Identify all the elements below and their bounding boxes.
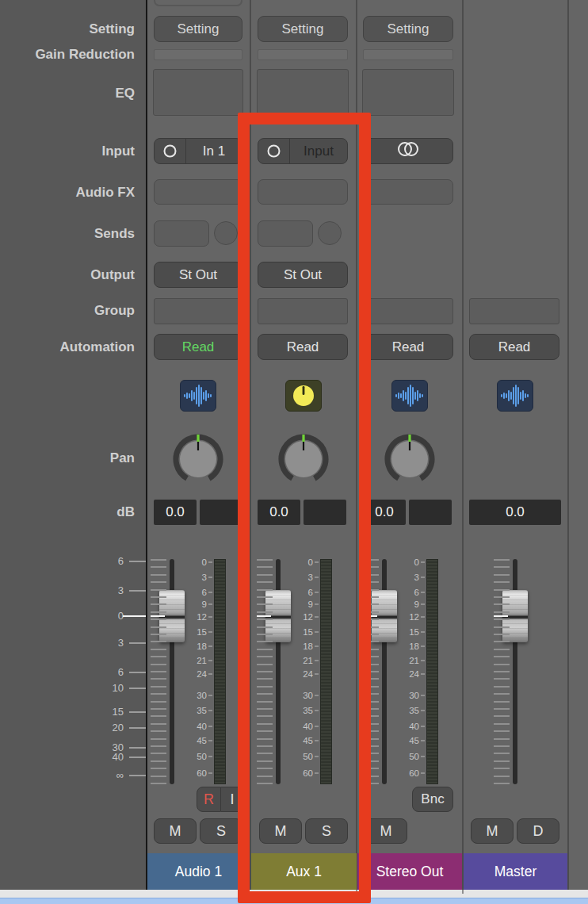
meter-scale-tick xyxy=(421,673,425,675)
fader-scale-label: 6 xyxy=(0,666,124,679)
meter-scale-label: 35 xyxy=(178,705,207,716)
eq-display[interactable] xyxy=(257,69,349,116)
meter-scale-label: 60 xyxy=(178,768,207,779)
meter-scale-label: 24 xyxy=(391,668,419,680)
peak-level-display[interactable] xyxy=(200,500,242,525)
meter-scale-tick xyxy=(208,710,212,711)
meter-scale-tick xyxy=(208,660,212,661)
audio-fx-slot[interactable] xyxy=(154,179,242,205)
meter-scale-label: 40 xyxy=(178,721,207,732)
meter-scale-tick xyxy=(208,631,212,633)
mute-button[interactable]: M xyxy=(471,818,514,844)
meter-scale-tick xyxy=(208,645,212,647)
fader-scale-label: 15 xyxy=(0,706,124,718)
mute-button[interactable]: M xyxy=(365,818,407,844)
dim-button[interactable]: D xyxy=(517,818,559,844)
input-button[interactable]: In 1 xyxy=(154,138,242,164)
meter-scale-tick xyxy=(421,740,425,741)
volume-db-display[interactable]: 0.0 xyxy=(154,500,197,525)
track-name-plate[interactable]: Stereo Out xyxy=(357,853,462,890)
pan-knob[interactable] xyxy=(172,433,224,488)
meter-scale-tick xyxy=(421,561,425,563)
fader-scale-tick xyxy=(129,590,146,592)
strip-divider xyxy=(567,0,569,890)
fader-scale-tick xyxy=(129,727,146,729)
level-meter xyxy=(426,559,438,784)
meter-scale-label: 24 xyxy=(178,668,207,680)
automation-mode-button[interactable]: Read xyxy=(363,334,453,360)
stereo-format-button[interactable] xyxy=(363,138,453,164)
send-level-knob[interactable] xyxy=(214,221,238,245)
master-track-icon xyxy=(497,380,533,412)
meter-scale-tick xyxy=(421,695,425,696)
row-label: EQ xyxy=(0,84,135,103)
row-label: Group xyxy=(0,301,135,320)
row-label: Audio FX xyxy=(0,183,135,202)
row-label: Automation xyxy=(0,338,135,357)
track-name-plate[interactable]: Audio 1 xyxy=(147,853,250,890)
fader-scale-tick xyxy=(129,688,146,689)
fader-scale-label: 6 xyxy=(0,555,124,568)
fader-scale-label: 3 xyxy=(0,584,124,597)
fader-scale-tick xyxy=(129,747,146,749)
meter-scale-label: 45 xyxy=(391,735,419,746)
eq-display[interactable] xyxy=(362,69,454,116)
fader-tick-column xyxy=(494,559,510,784)
footer-notch xyxy=(462,890,464,894)
meter-scale-label: 0 xyxy=(391,557,419,568)
meter-scale-tick xyxy=(208,592,212,593)
mixer-screen: Setting In 1 St Out Read xyxy=(0,0,588,904)
meter-scale-label: 6 xyxy=(178,587,207,598)
level-meter xyxy=(214,559,226,784)
meter-scale-label: 15 xyxy=(178,626,207,638)
meter-scale-tick xyxy=(208,756,212,757)
row-label: Pan xyxy=(0,449,135,468)
meter-scale-label: 6 xyxy=(391,587,419,598)
group-slot[interactable] xyxy=(363,298,453,324)
fader-zero-tick xyxy=(151,615,165,617)
mono-format-icon[interactable] xyxy=(155,139,186,163)
meter-scale-label: 50 xyxy=(391,751,419,762)
solo-button[interactable]: S xyxy=(200,818,242,844)
audio-fx-slot[interactable] xyxy=(363,179,453,205)
send-slot[interactable] xyxy=(154,220,209,247)
automation-mode-button[interactable]: Read xyxy=(154,334,242,360)
fader-scale-label: 10 xyxy=(0,682,124,695)
meter-scale-tick xyxy=(421,756,425,757)
volume-db-display[interactable]: 0.0 xyxy=(469,500,561,525)
stereo-out-icon xyxy=(391,380,428,412)
automation-mode-button[interactable]: Read xyxy=(469,334,559,360)
mute-button[interactable]: M xyxy=(154,818,197,844)
meter-scale-tick xyxy=(421,660,425,661)
meter-scale-tick xyxy=(208,772,212,774)
output-button[interactable]: St Out xyxy=(154,262,242,288)
fader-scale-label: 40 xyxy=(0,751,124,764)
channel-setting-button[interactable]: Setting xyxy=(258,16,348,42)
meter-scale-tick xyxy=(208,726,212,727)
row-label: Output xyxy=(0,266,135,285)
channel-setting-button[interactable]: Setting xyxy=(154,16,242,42)
meter-scale-label: 60 xyxy=(391,768,419,779)
channel-setting-button[interactable]: Setting xyxy=(363,16,453,42)
gain-reduction-meter xyxy=(363,49,453,60)
meter-scale-tick xyxy=(421,645,425,647)
group-slot[interactable] xyxy=(154,298,242,324)
fader-tick-column xyxy=(151,559,166,784)
record-enable-button[interactable]: R xyxy=(197,787,221,812)
meter-scale-label: 45 xyxy=(178,735,207,746)
eq-display[interactable] xyxy=(153,69,243,116)
peak-level-display[interactable] xyxy=(409,500,452,525)
meter-scale-label: 30 xyxy=(178,690,207,701)
track-name-plate[interactable]: Master xyxy=(464,853,567,890)
pan-knob[interactable] xyxy=(384,433,436,488)
bounce-button[interactable]: Bnc xyxy=(412,787,453,812)
group-slot[interactable] xyxy=(469,298,559,324)
fader-scale-tick xyxy=(129,561,146,562)
meter-scale-label: 35 xyxy=(391,705,419,716)
meter-scale-tick xyxy=(208,616,212,618)
fader-scale-label: 3 xyxy=(0,637,124,649)
meter-scale-tick xyxy=(208,740,212,741)
strip-divider xyxy=(462,0,464,890)
meter-scale-label: 0 xyxy=(178,557,207,568)
fader-zero-tick xyxy=(494,615,508,617)
